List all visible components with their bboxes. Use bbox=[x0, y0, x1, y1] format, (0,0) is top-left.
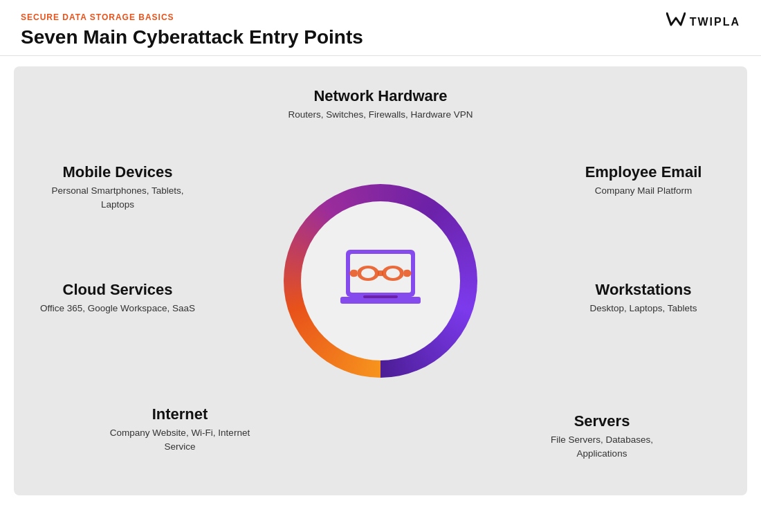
employee-email-subtitle: Company Mail Platform bbox=[560, 184, 726, 198]
inner-circle bbox=[301, 201, 460, 360]
cloud-services-title: Cloud Services bbox=[35, 281, 201, 299]
laptop-mask-icon bbox=[332, 243, 429, 319]
servers-subtitle: File Servers, Databases, Applications bbox=[526, 433, 678, 461]
logo-w-icon bbox=[666, 12, 686, 32]
mobile-devices-subtitle: Personal Smartphones, Tablets, Laptops bbox=[35, 184, 201, 212]
entry-network-hardware: Network Hardware Routers, Switches, Fire… bbox=[270, 87, 491, 122]
svg-point-7 bbox=[386, 268, 400, 278]
internet-title: Internet bbox=[104, 405, 256, 423]
servers-title: Servers bbox=[526, 412, 678, 430]
network-hardware-title: Network Hardware bbox=[270, 87, 491, 105]
entry-employee-email: Employee Email Company Mail Platform bbox=[560, 163, 726, 198]
svg-point-5 bbox=[361, 268, 375, 278]
logo-text: TWIPLA bbox=[690, 16, 740, 28]
logo: TWIPLA bbox=[666, 12, 740, 32]
center-circle bbox=[284, 184, 477, 378]
network-hardware-subtitle: Routers, Switches, Firewalls, Hardware V… bbox=[270, 108, 491, 122]
content-area: Network Hardware Routers, Switches, Fire… bbox=[14, 66, 747, 495]
entry-cloud-services: Cloud Services Office 365, Google Worksp… bbox=[35, 281, 201, 315]
header-left: SECURE DATA STORAGE BASICS Seven Main Cy… bbox=[21, 12, 363, 48]
workstations-subtitle: Desktop, Laptops, Tablets bbox=[560, 302, 726, 315]
entry-servers: Servers File Servers, Databases, Applica… bbox=[526, 412, 678, 461]
entry-internet: Internet Company Website, Wi-Fi, Interne… bbox=[104, 405, 256, 455]
header: SECURE DATA STORAGE BASICS Seven Main Cy… bbox=[0, 0, 761, 56]
svg-rect-8 bbox=[378, 270, 383, 276]
internet-subtitle: Company Website, Wi-Fi, Internet Service bbox=[104, 426, 256, 455]
entry-workstations: Workstations Desktop, Laptops, Tablets bbox=[560, 281, 726, 315]
svg-rect-3 bbox=[363, 295, 398, 298]
employee-email-title: Employee Email bbox=[560, 163, 726, 181]
entry-mobile-devices: Mobile Devices Personal Smartphones, Tab… bbox=[35, 163, 201, 212]
workstations-title: Workstations bbox=[560, 281, 726, 299]
page-title: Seven Main Cyberattack Entry Points bbox=[21, 26, 363, 48]
mobile-devices-title: Mobile Devices bbox=[35, 163, 201, 181]
cloud-services-subtitle: Office 365, Google Workspace, SaaS bbox=[35, 302, 201, 315]
secure-label: SECURE DATA STORAGE BASICS bbox=[21, 12, 363, 22]
